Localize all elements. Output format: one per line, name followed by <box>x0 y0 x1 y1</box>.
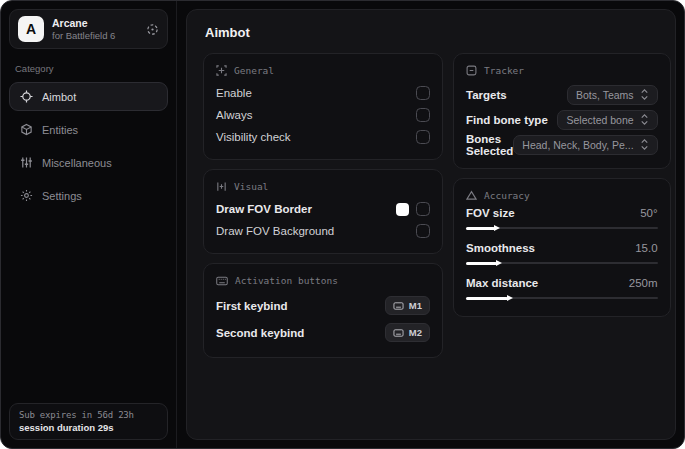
slider-thumb[interactable] <box>494 225 500 231</box>
tracker-card-header: Tracker <box>466 65 658 76</box>
fov-border-color-swatch[interactable] <box>396 203 409 216</box>
sidebar-item-miscellaneous[interactable]: Miscellaneous <box>9 148 168 177</box>
app-subtitle: for Battlefield 6 <box>52 30 138 42</box>
setting-label: Find bone type <box>466 114 548 126</box>
entities-icon <box>20 123 33 136</box>
crosshair-icon <box>20 90 33 103</box>
dropdown-value: Head, Neck, Body, Pe... <box>522 139 633 151</box>
sidebar-item-settings[interactable]: Settings <box>9 181 168 210</box>
page-title: Aimbot <box>205 25 659 40</box>
sidebar-spacer <box>9 210 168 403</box>
left-column: General Enable Always Visibility check <box>203 53 443 358</box>
tracker-card: Tracker Targets Bots, Teams <box>453 53 671 169</box>
slider-value: 250m <box>629 277 658 289</box>
max-distance-setting: Max distance 250m <box>466 277 658 303</box>
sidebar-item-aimbot[interactable]: Aimbot <box>9 82 168 111</box>
keyboard-icon <box>393 329 404 337</box>
slider-fill <box>466 227 495 230</box>
second-keybind-button[interactable]: M2 <box>385 323 430 342</box>
logo-text: Arcane for Battlefield 6 <box>52 17 138 42</box>
bones-selected-dropdown[interactable]: Head, Neck, Body, Pe... <box>513 135 657 155</box>
visual-card-title: Visual <box>234 181 268 192</box>
chevron-up-down-icon <box>640 114 649 125</box>
sidebar-nav: Aimbot Entities Miscellaneous <box>9 82 168 210</box>
setting-label: Bones Selected <box>466 133 513 157</box>
dropdown-value: Selected bone <box>566 114 633 126</box>
keyboard-icon <box>216 276 228 286</box>
setting-row-draw-fov-background: Draw FOV Background <box>216 220 430 242</box>
enable-checkbox[interactable] <box>416 86 430 100</box>
draw-fov-border-checkbox[interactable] <box>416 202 430 216</box>
accuracy-card: Accuracy FOV size 50° <box>453 178 671 317</box>
chevron-up-down-icon <box>640 139 649 150</box>
visual-card: Visual Draw FOV Border Draw FOV Backgrou… <box>203 169 443 254</box>
slider-thumb[interactable] <box>496 260 502 266</box>
activation-card: Activation buttons First keybind M1 <box>203 263 443 358</box>
setting-label: Enable <box>216 87 252 99</box>
slider-value: 15.0 <box>635 242 657 254</box>
app-avatar: A <box>18 16 44 42</box>
slider-head: FOV size 50° <box>466 207 658 219</box>
setting-row-visibility-check: Visibility check <box>216 126 430 148</box>
slider-fill <box>466 262 497 265</box>
content-columns: General Enable Always Visibility check <box>203 53 659 358</box>
keybind-value: M1 <box>409 300 422 311</box>
setting-label: Visibility check <box>216 131 291 143</box>
sidebar-item-label: Aimbot <box>42 91 76 103</box>
app-title: Arcane <box>52 17 138 30</box>
general-card-header: General <box>216 65 430 76</box>
setting-label: Smoothness <box>466 242 535 254</box>
session-duration-text: session duration 29s <box>19 422 158 433</box>
find-bone-type-dropdown[interactable]: Selected bone <box>557 110 657 130</box>
max-distance-slider[interactable] <box>466 293 658 303</box>
visibility-check-checkbox[interactable] <box>416 130 430 144</box>
setting-label: Always <box>216 109 252 121</box>
general-card: General Enable Always Visibility check <box>203 53 443 160</box>
triangle-icon <box>466 190 477 201</box>
slider-value: 50° <box>640 207 657 219</box>
smoothness-slider[interactable] <box>466 258 658 268</box>
setting-row-always: Always <box>216 104 430 126</box>
setting-row-bones-selected: Bones Selected Head, Neck, Body, Pe... <box>466 132 658 157</box>
setting-row-targets: Targets Bots, Teams <box>466 82 658 107</box>
equalizer-icon <box>20 156 33 169</box>
setting-row-second-keybind: Second keybind M2 <box>216 319 430 346</box>
setting-row-draw-fov-border: Draw FOV Border <box>216 198 430 220</box>
category-label: Category <box>15 63 162 74</box>
fov-border-controls <box>396 202 430 216</box>
setting-label: FOV size <box>466 207 515 219</box>
sidebar-item-entities[interactable]: Entities <box>9 115 168 144</box>
slider-head: Smoothness 15.0 <box>466 242 658 254</box>
draw-fov-background-checkbox[interactable] <box>416 224 430 238</box>
slider-thumb[interactable] <box>507 295 513 301</box>
right-column: Tracker Targets Bots, Teams <box>453 53 671 317</box>
frame-icon <box>466 65 477 76</box>
visual-card-header: Visual <box>216 181 430 192</box>
setting-label: Targets <box>466 89 507 101</box>
setting-row-first-keybind: First keybind M1 <box>216 292 430 319</box>
setting-row-find-bone-type: Find bone type Selected bone <box>466 107 658 132</box>
accuracy-card-header: Accuracy <box>466 190 658 201</box>
setting-label: Second keybind <box>216 327 304 339</box>
scope-icon[interactable] <box>146 23 159 36</box>
scan-icon <box>216 65 227 76</box>
always-checkbox[interactable] <box>416 108 430 122</box>
activation-card-title: Activation buttons <box>235 275 338 286</box>
smoothness-setting: Smoothness 15.0 <box>466 242 658 268</box>
main-panel: Aimbot General Enable <box>186 9 676 440</box>
fov-size-slider[interactable] <box>466 223 658 233</box>
setting-label: Max distance <box>466 277 538 289</box>
sidebar-item-label: Entities <box>42 124 78 136</box>
sidebar-item-label: Settings <box>42 190 82 202</box>
slider-head: Max distance 250m <box>466 277 658 289</box>
chevron-up-down-icon <box>640 89 649 100</box>
slider-fill <box>466 297 508 300</box>
activation-card-header: Activation buttons <box>216 275 430 286</box>
accuracy-card-title: Accuracy <box>484 190 530 201</box>
gear-icon <box>20 189 33 202</box>
targets-dropdown[interactable]: Bots, Teams <box>567 85 658 105</box>
general-card-title: General <box>234 65 274 76</box>
first-keybind-button[interactable]: M1 <box>385 296 430 315</box>
setting-label: Draw FOV Background <box>216 225 334 237</box>
keyboard-icon <box>393 302 404 310</box>
